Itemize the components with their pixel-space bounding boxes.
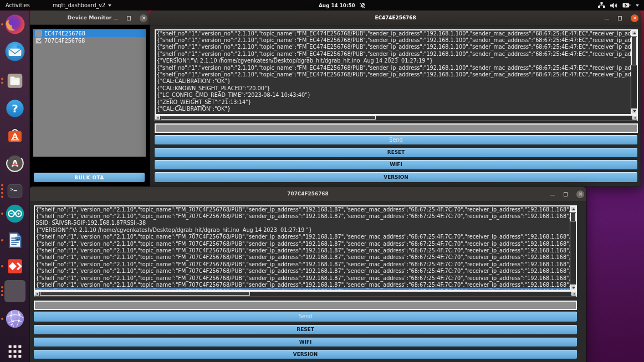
firefox-icon [4, 14, 25, 35]
activities-label: Activities [6, 2, 30, 8]
device-window-ec474e256768: EC474E256768 {"shelf_no":"1","version_no… [150, 11, 641, 187]
log-area[interactable]: {"shelf_no":"1","version_no":"2.1.10","t… [155, 29, 638, 115]
network-icon [598, 2, 605, 8]
window-title: EC474E256768 [375, 15, 416, 20]
scroll-up-arrow[interactable] [631, 30, 637, 36]
dock-software-updater[interactable]: A [4, 152, 26, 174]
libreoffice-writer-icon [4, 230, 25, 251]
reset-button-label: RESET [297, 327, 314, 332]
device-checkbox[interactable] [35, 38, 42, 44]
device-list-item[interactable]: 707C4F256768 [33, 37, 146, 44]
version-button[interactable]: VERSION [34, 350, 577, 359]
vertical-scrollbar[interactable] [570, 206, 576, 291]
close-button[interactable] [140, 14, 147, 22]
horizontal-scroll-thumb[interactable] [161, 116, 376, 120]
close-button[interactable] [576, 190, 584, 198]
dock-mqtt-dashboard[interactable] [4, 280, 26, 302]
dock-show-applications[interactable] [4, 341, 26, 362]
dock-help[interactable]: ? [4, 97, 26, 120]
window-titlebar[interactable]: EC474E256768 [150, 11, 641, 25]
log-text: {"shelf_no":"1","version_no":"2.1.10","t… [36, 206, 570, 291]
scroll-right-arrow[interactable] [571, 292, 576, 296]
dock-ubuntu-software[interactable]: A [4, 124, 26, 146]
send-button-label: Send [299, 313, 312, 319]
wifi-button[interactable]: WIFI [34, 338, 577, 347]
wifi-button[interactable]: WIFI [155, 160, 637, 169]
device-list-item[interactable]: EC474E256768 [33, 30, 146, 37]
device-list[interactable]: EC474E256768 707C4F256768 [33, 29, 146, 157]
selected-partial-line: {"shelf_no":"1","version_no":"2.1.10","t… [35, 288, 570, 291]
minimize-button[interactable] [605, 19, 609, 20]
mqtt-dashboard-icon [4, 280, 26, 303]
wifi-button-label: WIFI [390, 162, 402, 167]
device-monitor-titlebar[interactable]: Device Monitor [29, 11, 150, 25]
scroll-right-arrow[interactable] [632, 116, 637, 120]
vertical-scroll-thumb[interactable] [570, 213, 576, 221]
minimize-button[interactable] [114, 19, 118, 20]
clock-label: Aug 14 10:50 [319, 3, 355, 8]
arduino-icon [4, 203, 25, 224]
scroll-down-arrow[interactable] [570, 285, 576, 290]
command-input[interactable] [155, 123, 638, 133]
vertical-scrollbar[interactable] [631, 30, 637, 114]
horizontal-scrollbar[interactable] [155, 115, 638, 121]
scroll-left-arrow[interactable] [34, 292, 39, 296]
dock-firefox[interactable] [4, 13, 26, 35]
dock-anydesk[interactable] [4, 255, 26, 277]
minimize-button[interactable] [550, 195, 555, 196]
dock-terminal[interactable]: > [4, 180, 26, 202]
svg-text:A: A [12, 132, 18, 141]
dock-network-sphere[interactable] [4, 308, 26, 330]
maximize-button[interactable] [564, 192, 568, 196]
terminal-icon: > [4, 180, 25, 201]
running-indicator [1, 23, 3, 25]
dock-libreoffice[interactable] [4, 229, 26, 251]
scroll-down-arrow[interactable] [631, 108, 637, 114]
window-body: {"shelf_no":"1","version_no":"2.1.10","t… [150, 25, 641, 187]
bulk-ota-button[interactable]: BULK OTA [34, 173, 145, 182]
activities-button[interactable]: Activities [6, 0, 30, 11]
version-button[interactable]: VERSION [155, 172, 637, 182]
window-body: {"shelf_no":"1","version_no":"2.1.10","t… [29, 201, 586, 362]
scroll-left-arrow[interactable] [155, 116, 160, 120]
dock-thunderbird[interactable] [4, 40, 26, 63]
window-titlebar[interactable]: 707C4F256768 [29, 187, 586, 201]
files-icon [4, 70, 25, 91]
dock-arduino[interactable] [4, 203, 26, 225]
running-indicator [1, 239, 3, 241]
vertical-scroll-thumb[interactable] [631, 37, 637, 65]
top-bar: Activities mqtt_dashboard_v2 Aug 14 10:5… [0, 0, 644, 11]
running-indicator [1, 318, 3, 320]
running-indicator [1, 78, 3, 84]
maximize-button[interactable] [618, 16, 622, 20]
wifi-button-label: WIFI [299, 339, 311, 345]
svg-text:>: > [10, 187, 13, 192]
horizontal-scroll-thumb[interactable] [40, 292, 250, 296]
send-button[interactable]: Send [155, 135, 637, 145]
scroll-up-arrow[interactable] [570, 206, 576, 212]
app-menu-button[interactable]: mqtt_dashboard_v2 [53, 0, 111, 11]
command-input[interactable] [34, 301, 577, 310]
close-button[interactable] [631, 14, 638, 22]
reset-button[interactable]: RESET [155, 148, 637, 157]
send-button[interactable]: Send [34, 312, 577, 322]
bulk-ota-label: BULK OTA [74, 175, 104, 180]
thunderbird-icon [4, 41, 25, 62]
software-updater-icon: A [4, 153, 25, 174]
device-monitor-title: Device Monitor [68, 14, 112, 20]
reset-button-label: RESET [387, 149, 405, 155]
clock-button[interactable]: Aug 14 10:50 [319, 0, 366, 11]
send-button-label: Send [389, 137, 402, 143]
reset-button[interactable]: RESET [34, 325, 577, 334]
battery-icon [622, 3, 631, 8]
app-menu-caret-icon [108, 4, 111, 7]
window-title: 707C4F256768 [287, 191, 328, 196]
log-area[interactable]: {"shelf_no":"1","version_no":"2.1.10","t… [34, 205, 577, 292]
system-status-area[interactable] [598, 0, 639, 11]
device-checkbox[interactable] [35, 30, 42, 37]
running-indicator [1, 213, 3, 215]
horizontal-scrollbar[interactable] [34, 291, 577, 297]
dock-files[interactable] [4, 70, 26, 92]
maximize-button[interactable] [127, 16, 131, 20]
notifications-off-icon [360, 2, 366, 8]
